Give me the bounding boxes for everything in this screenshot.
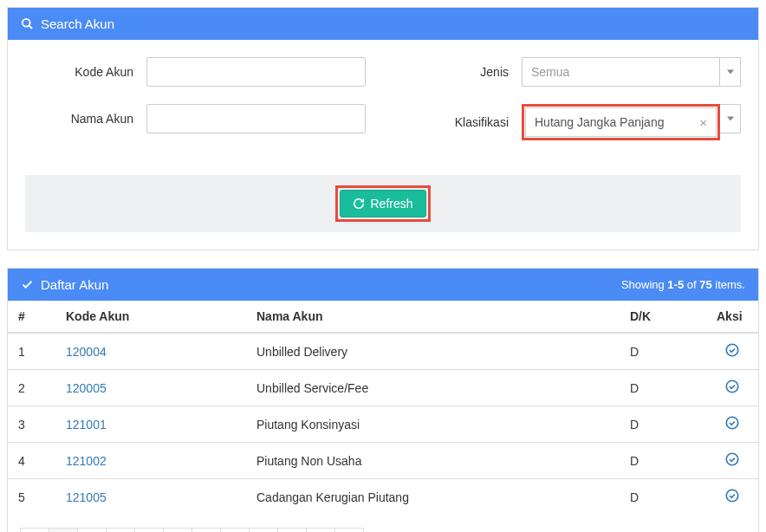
kode-link[interactable]: 120004	[66, 345, 107, 359]
table-row: 1120004Unbilled DeliveryD	[8, 333, 758, 370]
klasifikasi-select[interactable]: Hutang Jangka Panjang ×	[522, 104, 741, 140]
cell-aksi	[706, 333, 758, 370]
page-5[interactable]: 5	[163, 528, 192, 532]
svg-point-0	[23, 19, 30, 27]
cell-nama: Unbilled Delivery	[246, 333, 620, 370]
list-panel-header: Daftar Akun Showing 1-5 of 75 items.	[8, 269, 758, 301]
kode-link[interactable]: 121001	[66, 418, 107, 431]
cell-aksi	[706, 370, 758, 406]
action-check-icon[interactable]	[724, 488, 740, 503]
refresh-button[interactable]: Refresh	[340, 190, 425, 217]
cell-aksi	[706, 443, 758, 479]
cell-nama: Cadangan Kerugian Piutang	[246, 479, 620, 516]
cell-kode: 121002	[55, 443, 246, 479]
svg-point-4	[726, 417, 738, 429]
col-aksi: Aksi	[706, 301, 758, 333]
col-dk: D/K	[620, 301, 706, 333]
svg-line-1	[29, 25, 32, 29]
jenis-select[interactable]: Semua	[522, 57, 741, 87]
action-check-icon[interactable]	[724, 415, 740, 431]
action-check-icon[interactable]	[724, 342, 740, 358]
cell-aksi	[706, 479, 758, 516]
page-2[interactable]: 2	[77, 528, 107, 532]
col-nama: Nama Akun	[246, 301, 620, 333]
cell-kode: 120005	[55, 370, 246, 406]
cell-nama: Unbilled Service/Fee	[246, 370, 620, 406]
cell-dk: D	[620, 479, 706, 516]
clear-icon[interactable]: ×	[699, 115, 707, 130]
table-row: 4121002Piutang Non UsahaD	[8, 443, 758, 479]
page-6[interactable]: 6	[192, 528, 221, 532]
table-row: 5121005Cadangan Kerugian PiutangD	[8, 479, 758, 516]
svg-point-5	[726, 453, 738, 465]
cell-num: 3	[8, 406, 55, 443]
page-8[interactable]: 8	[249, 528, 278, 532]
nama-akun-label: Nama Akun	[25, 112, 146, 126]
page-9[interactable]: 9	[277, 528, 307, 532]
page-next[interactable]: »	[334, 528, 364, 532]
cell-kode: 120004	[55, 333, 246, 370]
chevron-down-icon[interactable]	[720, 57, 741, 87]
table-row: 2120005Unbilled Service/FeeD	[8, 370, 758, 406]
list-summary: Showing 1-5 of 75 items.	[621, 278, 745, 291]
check-icon	[21, 278, 34, 291]
cell-num: 2	[8, 370, 55, 406]
svg-point-3	[726, 380, 738, 393]
cell-kode: 121005	[55, 479, 246, 516]
search-panel-title: Search Akun	[41, 16, 114, 31]
kode-link[interactable]: 120005	[66, 381, 107, 395]
col-kode: Kode Akun	[55, 301, 246, 333]
kode-link[interactable]: 121005	[66, 490, 107, 504]
search-icon	[21, 17, 34, 30]
cell-kode: 121001	[55, 406, 246, 443]
cell-dk: D	[620, 406, 706, 443]
list-panel: Daftar Akun Showing 1-5 of 75 items. # K…	[7, 268, 759, 532]
action-check-icon[interactable]	[724, 379, 740, 394]
pagination: «12345678910»	[8, 515, 758, 532]
cell-num: 5	[8, 479, 55, 516]
cell-num: 1	[8, 333, 55, 370]
action-check-icon[interactable]	[724, 451, 740, 467]
kode-link[interactable]: 121002	[66, 454, 107, 468]
cell-aksi	[706, 406, 758, 443]
refresh-icon	[353, 198, 365, 210]
table-row: 3121001Piutang KonsinyasiD	[8, 406, 758, 443]
cell-dk: D	[620, 370, 706, 406]
cell-dk: D	[620, 333, 706, 370]
page-1[interactable]: 1	[49, 528, 78, 532]
page-3[interactable]: 3	[106, 528, 135, 532]
klasifikasi-value: Hutang Jangka Panjang	[535, 115, 664, 129]
cell-nama: Piutang Non Usaha	[246, 443, 620, 479]
col-num: #	[8, 301, 55, 333]
list-panel-title: Daftar Akun	[41, 277, 108, 292]
cell-nama: Piutang Konsinyasi	[246, 406, 620, 443]
chevron-down-icon[interactable]	[720, 104, 741, 133]
kode-akun-input[interactable]	[146, 57, 366, 87]
jenis-placeholder: Semua	[531, 65, 569, 79]
cell-dk: D	[620, 443, 706, 479]
page-prev[interactable]: «	[20, 528, 49, 532]
search-panel-header: Search Akun	[8, 8, 758, 40]
jenis-label: Jenis	[400, 65, 522, 79]
akun-table: # Kode Akun Nama Akun D/K Aksi 1120004Un…	[8, 301, 758, 515]
refresh-label: Refresh	[370, 197, 412, 211]
page-4[interactable]: 4	[134, 528, 164, 532]
nama-akun-input[interactable]	[146, 104, 366, 133]
svg-point-2	[726, 344, 738, 356]
page-10[interactable]: 10	[306, 528, 335, 532]
klasifikasi-label: Klasifikasi	[400, 115, 522, 129]
cell-num: 4	[8, 443, 55, 479]
search-panel: Search Akun Kode Akun Nama Akun Jenis	[7, 7, 759, 250]
kode-akun-label: Kode Akun	[25, 65, 146, 79]
page-7[interactable]: 7	[220, 528, 250, 532]
svg-point-6	[726, 490, 738, 502]
